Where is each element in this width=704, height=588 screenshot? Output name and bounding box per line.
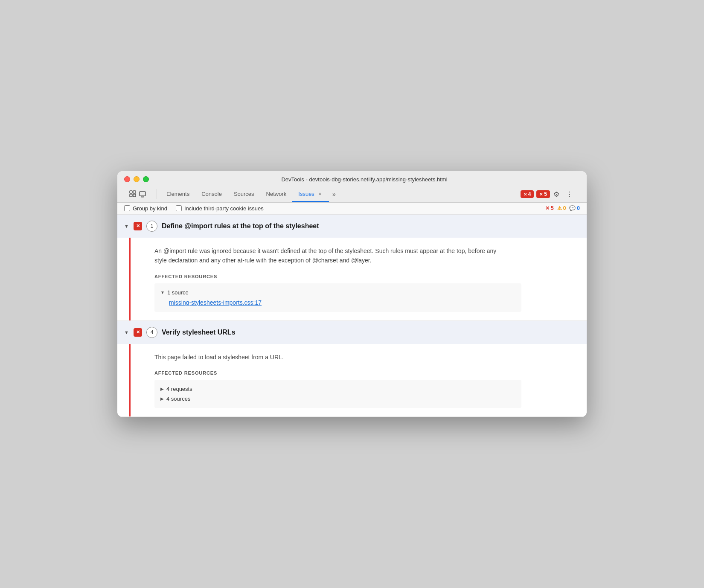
filter-info-icon: 💬	[569, 205, 576, 211]
issue-2-error-badge: ✕	[134, 328, 142, 337]
tab-badges: ✕ 4 ✕ 5	[521, 190, 550, 198]
issue-2-sources-group[interactable]: ▶ 4 sources	[160, 394, 515, 404]
devtools-icons	[128, 187, 148, 201]
issue-1-error-badge: ✕	[134, 222, 142, 230]
issue-2-requests-group[interactable]: ▶ 4 requests	[160, 384, 515, 394]
tab-sources[interactable]: Sources	[228, 187, 260, 202]
issue-1-resources-box: ▼ 1 source missing-stylesheets-imports.c…	[154, 283, 521, 312]
issue-1-title: Define @import rules at the top of the s…	[162, 222, 319, 230]
issue-item-2: ▼ ✕ 4 Verify stylesheet URLs This page f…	[117, 321, 587, 417]
issue-1-chevron: ▼	[124, 224, 129, 229]
filter-bar: Group by kind Include third-party cookie…	[117, 203, 587, 215]
tab-elements[interactable]: Elements	[160, 187, 195, 202]
svg-rect-4	[140, 192, 145, 196]
issue-2-sources-chevron: ▶	[160, 396, 164, 401]
inspector-icon[interactable]	[129, 190, 137, 198]
tab-network[interactable]: Network	[260, 187, 293, 202]
issue-2-count-badge: 4	[146, 327, 157, 338]
issue-header-2[interactable]: ▼ ✕ 4 Verify stylesheet URLs	[117, 321, 587, 344]
issues-content: ▼ ✕ 1 Define @import rules at the top of…	[117, 215, 587, 417]
third-party-cookie-checkbox[interactable]	[176, 205, 182, 211]
issue-1-source-chevron: ▼	[160, 290, 165, 295]
issue-2-chevron: ▼	[124, 330, 129, 335]
window-title: DevTools - devtools-dbg-stories.netlify.…	[149, 176, 580, 183]
group-by-kind-checkbox[interactable]	[124, 205, 130, 211]
maximize-button[interactable]	[143, 176, 149, 182]
svg-rect-5	[141, 196, 144, 197]
filter-errors-badge[interactable]: ✕ 5	[545, 205, 554, 211]
filter-error-icon: ✕	[545, 205, 550, 211]
settings-button[interactable]: ⚙	[550, 188, 563, 201]
tab-issues[interactable]: Issues ×	[292, 187, 329, 202]
error-badge-2[interactable]: ✕ 5	[536, 190, 550, 198]
issue-1-description: An @import rule was ignored because it w…	[154, 246, 504, 265]
error-badge-2-icon: ✕	[539, 192, 543, 197]
filter-info-badge[interactable]: 💬 0	[569, 205, 580, 211]
device-icon[interactable]	[139, 190, 146, 198]
error-badge-icon: ✕	[524, 192, 527, 197]
tab-console[interactable]: Console	[195, 187, 228, 202]
issue-header-1[interactable]: ▼ ✕ 1 Define @import rules at the top of…	[117, 215, 587, 238]
titlebar: DevTools - devtools-dbg-stories.netlify.…	[117, 171, 587, 203]
svg-rect-0	[130, 191, 132, 193]
tab-issues-close[interactable]: ×	[317, 191, 323, 197]
issue-2-description: This page failed to load a stylesheet fr…	[154, 352, 504, 362]
issue-1-affected-label: AFFECTED RESOURCES	[154, 274, 563, 279]
traffic-lights	[124, 176, 149, 182]
more-menu-button[interactable]: ⋮	[563, 188, 576, 201]
tab-bar: Elements Console Sources Network Issues …	[124, 187, 580, 202]
close-button[interactable]	[124, 176, 130, 182]
error-badge[interactable]: ✕ 4	[521, 190, 534, 198]
issue-2-affected-label: AFFECTED RESOURCES	[154, 370, 563, 376]
issue-1-body: An @import rule was ignored because it w…	[129, 238, 587, 320]
devtools-window: DevTools - devtools-dbg-stories.netlify.…	[117, 171, 587, 417]
filter-warnings-badge[interactable]: ⚠ 0	[557, 205, 566, 211]
issue-1-source-group[interactable]: ▼ 1 source	[160, 288, 515, 297]
group-by-kind-filter[interactable]: Group by kind	[124, 205, 167, 212]
issue-2-body: This page failed to load a stylesheet fr…	[129, 344, 587, 416]
filter-warning-icon: ⚠	[557, 205, 562, 211]
svg-rect-3	[133, 194, 136, 197]
tab-separator	[157, 189, 157, 199]
issue-2-resources-box: ▶ 4 requests ▶ 4 sources	[154, 380, 521, 408]
minimize-button[interactable]	[134, 176, 140, 182]
svg-rect-2	[133, 191, 136, 193]
issue-1-count-badge: 1	[146, 221, 157, 232]
svg-rect-1	[130, 194, 132, 197]
third-party-cookie-filter[interactable]: Include third-party cookie issues	[176, 205, 264, 212]
filter-badges: ✕ 5 ⚠ 0 💬 0	[545, 205, 580, 211]
issue-2-requests-chevron: ▶	[160, 387, 164, 391]
issue-2-title: Verify stylesheet URLs	[162, 329, 236, 336]
issue-item-1: ▼ ✕ 1 Define @import rules at the top of…	[117, 215, 587, 321]
issue-1-resource-link[interactable]: missing-stylesheets-imports.css:17	[160, 297, 515, 308]
more-tabs-button[interactable]: »	[329, 188, 339, 200]
